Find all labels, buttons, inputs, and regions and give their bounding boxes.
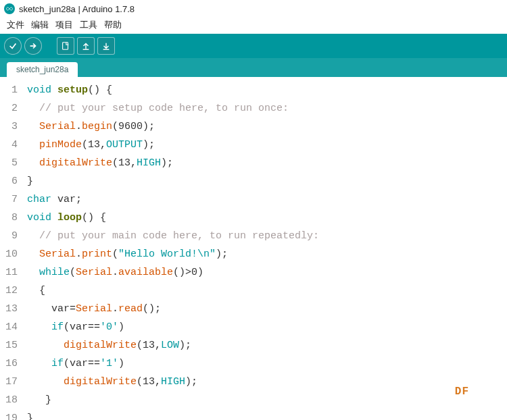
arduino-logo-icon: [4, 3, 15, 14]
code-editor[interactable]: 12345678910111213141516171819 void setup…: [0, 77, 507, 420]
line-number: 10: [0, 245, 18, 263]
code-line[interactable]: digitalWrite(13,HIGH);: [27, 154, 507, 172]
code-line[interactable]: var=Serial.read();: [27, 300, 507, 318]
line-number: 14: [0, 318, 18, 336]
code-line[interactable]: char var;: [27, 190, 507, 209]
verify-button[interactable]: [4, 37, 22, 55]
menu-sketch[interactable]: 项目: [53, 19, 76, 31]
line-number: 19: [0, 409, 18, 420]
svg-rect-0: [63, 43, 68, 50]
code-line[interactable]: // put your setup code here, to run once…: [27, 99, 507, 117]
line-number: 15: [0, 336, 18, 355]
line-number: 11: [0, 263, 18, 282]
code-line[interactable]: Serial.begin(9600);: [27, 117, 507, 136]
line-number: 6: [0, 172, 18, 190]
window-title: sketch_jun28a | Arduino 1.7.8: [19, 4, 135, 14]
code-line[interactable]: void loop() {: [27, 209, 507, 227]
line-number: 2: [0, 99, 18, 117]
menu-help[interactable]: 帮助: [101, 19, 124, 31]
line-number-gutter: 12345678910111213141516171819: [0, 81, 23, 420]
menu-edit[interactable]: 编辑: [28, 19, 51, 31]
code-line[interactable]: Serial.print("Hello World!\n");: [27, 245, 507, 263]
code-line[interactable]: if(var=='0'): [27, 318, 507, 336]
code-line[interactable]: pinMode(13,OUTPUT);: [27, 136, 507, 154]
line-number: 1: [0, 81, 18, 99]
upload-button[interactable]: [24, 37, 42, 55]
line-number: 18: [0, 391, 18, 409]
menu-tools[interactable]: 工具: [77, 19, 100, 31]
check-icon: [8, 41, 18, 51]
code-line[interactable]: while(Serial.available()>0): [27, 263, 507, 282]
line-number: 12: [0, 282, 18, 300]
new-button[interactable]: [57, 37, 74, 55]
arrow-up-icon: [81, 41, 91, 51]
menu-file[interactable]: 文件: [4, 19, 27, 31]
code-area[interactable]: void setup() { // put your setup code he…: [27, 81, 507, 420]
line-number: 13: [0, 300, 18, 318]
code-line[interactable]: if(var=='1'): [27, 355, 507, 373]
code-line[interactable]: digitalWrite(13,LOW);: [27, 336, 507, 355]
arrow-down-icon: [101, 41, 111, 51]
code-line[interactable]: {: [27, 282, 507, 300]
line-number: 17: [0, 373, 18, 391]
arrow-right-icon: [28, 41, 38, 51]
code-line[interactable]: }: [27, 391, 507, 409]
sketch-tab[interactable]: sketch_jun28a: [7, 62, 78, 77]
open-button[interactable]: [77, 37, 95, 55]
save-button[interactable]: [97, 37, 115, 55]
code-line[interactable]: }: [27, 172, 507, 190]
code-line[interactable]: }: [27, 409, 507, 420]
line-number: 7: [0, 190, 18, 209]
line-number: 16: [0, 355, 18, 373]
code-line[interactable]: digitalWrite(13,HIGH);: [27, 373, 507, 391]
line-number: 8: [0, 209, 18, 227]
line-number: 4: [0, 136, 18, 154]
code-line[interactable]: // put your main code here, to run repea…: [27, 227, 507, 245]
code-line[interactable]: void setup() {: [27, 81, 507, 99]
file-icon: [61, 41, 70, 51]
menubar: 文件 编辑 项目 工具 帮助: [0, 18, 507, 34]
tabbar: sketch_jun28a: [0, 58, 507, 77]
line-number: 9: [0, 227, 18, 245]
line-number: 5: [0, 154, 18, 172]
window-titlebar: sketch_jun28a | Arduino 1.7.8: [0, 0, 507, 18]
toolbar: [0, 34, 507, 58]
line-number: 3: [0, 117, 18, 136]
